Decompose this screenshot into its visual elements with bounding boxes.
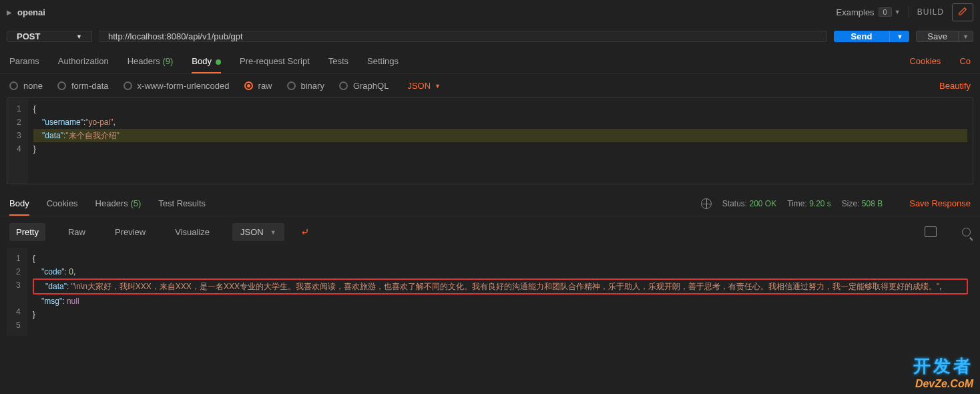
resp-tab-body[interactable]: Body [9, 192, 29, 215]
chevron-down-icon: ▼ [76, 33, 82, 40]
resp-format-select[interactable]: JSON▼ [232, 223, 284, 241]
tab-settings[interactable]: Settings [367, 49, 399, 73]
examples-count: 0 [879, 7, 892, 17]
request-body-editor[interactable]: 1 2 3 4 { "username":"yo-pai", "data":"来… [7, 97, 973, 184]
url-row: POST ▼ http://localhost:8080/api/v1/pub/… [0, 24, 980, 49]
body-type-row: none form-data x-www-form-urlencoded raw… [0, 74, 980, 97]
response-body-viewer[interactable]: 1 2 3 4 5 { "code": 0, "data": "\n\n大家好，… [7, 248, 973, 336]
radio-form-data[interactable]: form-data [57, 81, 109, 91]
save-button[interactable]: Save [917, 31, 958, 41]
radio-urlencoded[interactable]: x-www-form-urlencoded [124, 81, 230, 91]
build-button[interactable]: BUILD [917, 7, 944, 17]
modified-dot-icon [216, 59, 221, 65]
send-button[interactable]: Send [834, 31, 890, 42]
resp-visualize[interactable]: Visualize [168, 223, 216, 241]
response-view-row: Pretty Raw Preview Visualize JSON▼ ⤶ [0, 216, 980, 248]
highlighted-data-line: "data": "\n\n大家好，我叫XXX，来自XXX，是一名XXX专业的大学… [33, 278, 968, 294]
globe-icon[interactable] [701, 198, 712, 209]
resp-raw[interactable]: Raw [61, 223, 92, 241]
save-response-link[interactable]: Save Response [909, 198, 971, 208]
edit-button[interactable] [952, 3, 973, 21]
resp-preview[interactable]: Preview [108, 223, 152, 241]
tab-params[interactable]: Params [9, 49, 39, 73]
copy-icon[interactable] [926, 228, 937, 237]
request-tabs: Params Authorization Headers (9) Body Pr… [0, 49, 980, 74]
tab-body[interactable]: Body [192, 49, 221, 73]
request-title-bar: ▶ openai Examples 0 ▼ BUILD [0, 0, 980, 24]
tab-headers[interactable]: Headers (9) [128, 49, 174, 73]
wrap-lines-icon[interactable]: ⤶ [300, 226, 309, 238]
save-dropdown[interactable]: ▼ [958, 31, 973, 41]
method-value: POST [17, 31, 40, 41]
search-icon[interactable] [962, 228, 971, 236]
radio-graphql[interactable]: GraphQL [339, 81, 389, 91]
tab-tests[interactable]: Tests [328, 49, 348, 73]
cookies-link[interactable]: Cookies [909, 56, 941, 66]
watermark: 开发者 DevZe.CoM [913, 355, 973, 390]
resp-tab-tests[interactable]: Test Results [158, 192, 206, 215]
code-link[interactable]: Co [959, 56, 971, 66]
tab-authorization[interactable]: Authorization [58, 49, 109, 73]
tab-prerequest[interactable]: Pre-request Script [240, 49, 310, 73]
collapse-icon[interactable]: ▶ [7, 9, 12, 16]
radio-binary[interactable]: binary [287, 81, 324, 91]
response-meta: Status: 200 OK Time: 9.20 s Size: 508 B [701, 198, 883, 209]
chevron-down-icon[interactable]: ▼ [895, 9, 901, 15]
examples-label[interactable]: Examples [836, 7, 875, 17]
resp-pretty[interactable]: Pretty [9, 223, 45, 241]
beautify-link[interactable]: Beautify [939, 81, 971, 91]
method-select[interactable]: POST ▼ [7, 31, 92, 42]
resp-tab-headers[interactable]: Headers (5) [95, 192, 142, 215]
request-name: openai [17, 7, 45, 17]
resp-tab-cookies[interactable]: Cookies [47, 192, 78, 215]
line-gutter: 1 2 3 4 5 [7, 248, 27, 336]
radio-raw[interactable]: raw [244, 81, 272, 91]
response-tabs: Body Cookies Headers (5) Test Results St… [0, 191, 980, 216]
url-input[interactable]: http://localhost:8080/api/v1/pub/gpt [99, 31, 827, 42]
radio-none[interactable]: none [9, 81, 43, 91]
raw-format-select[interactable]: JSON▼ [407, 81, 441, 91]
send-dropdown[interactable]: ▼ [889, 31, 909, 42]
line-gutter: 1 2 3 4 [7, 98, 28, 184]
